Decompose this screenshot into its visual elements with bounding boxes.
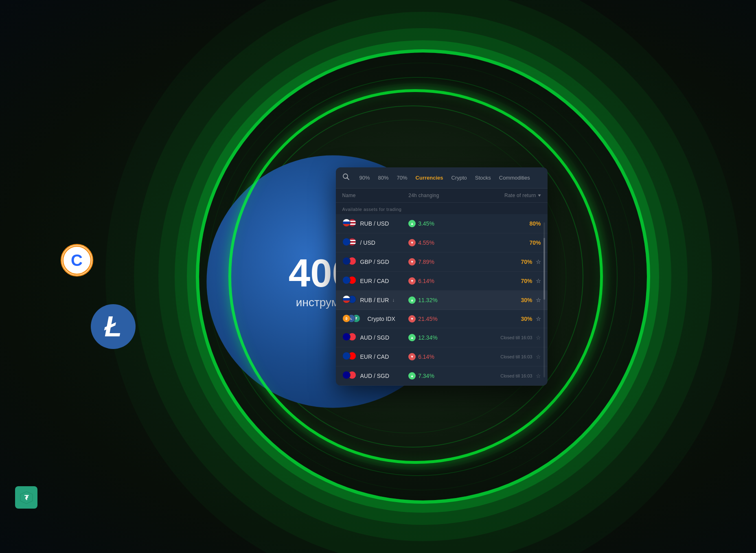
down-arrow-icon: ▼ [408,353,416,360]
flag-eur [342,352,351,360]
star-icon[interactable]: ☆ [536,353,541,360]
table-row[interactable]: RUB / EUR ↓ ▲ 11.32% 30% ☆ [336,291,548,310]
crypto-icons: ₿ Ł ₮ [342,314,364,323]
flag-rub [342,295,351,303]
flag-pair [342,371,357,381]
up-arrow-icon: ▲ [408,220,416,227]
asset-name: ₿ Ł ₮ Crypto IDX [342,314,409,323]
coinmarketcap-letter: C [71,251,83,270]
table-header: Name 24h changing Rate of return [336,189,548,203]
table-row[interactable]: EUR / CAD ▼ 6.14% 70% ☆ [336,272,548,291]
flag-pair [342,257,357,267]
asset-name: RUB / EUR ↓ [342,295,409,305]
scrollbar-thumb [543,238,545,300]
star-icon[interactable]: ☆ [536,259,541,265]
table-row[interactable]: AUD / SGD ▲ 12.34% Closed till 16:03 ☆ [336,328,548,347]
change-value: ▼ 21.45% [408,315,475,323]
rate-value: 30% ☆ [475,316,541,322]
star-icon[interactable]: ☆ [536,373,541,379]
flag-eur [342,238,351,246]
star-icon[interactable]: ☆ [536,278,541,284]
filter-70pct[interactable]: 70% [394,173,411,182]
panel-header: 90% 80% 70% Currencies Crypto Stocks Com… [336,167,548,189]
flag-rub [342,219,351,227]
flag-pair [342,276,357,286]
cursor-icon: ↓ [392,297,394,303]
flag-aud [342,333,351,341]
litecoin-logo: Ł [91,304,136,349]
filter-currencies[interactable]: Currencies [412,173,447,182]
rate-value-closed: Closed till 16:03 ☆ [475,334,541,341]
up-arrow-icon: ▲ [408,334,416,341]
filter-90pct[interactable]: 90% [356,173,373,182]
change-value: ▲ 3.45% [408,220,475,227]
filter-80pct[interactable]: 80% [375,173,392,182]
up-arrow-icon: ▲ [408,296,416,304]
flag-pair [342,219,357,228]
rate-value: 70% ☆ [475,278,541,284]
flag-pair [342,295,357,305]
table-row[interactable]: / USD ▼ 4.55% 70% [336,233,548,252]
change-value: ▼ 7.89% [408,258,475,266]
rate-value-closed: Closed till 16:03 ☆ [475,373,541,379]
table-row[interactable]: GBP / SGD ▼ 7.89% 70% ☆ [336,252,548,272]
rate-value: 80% [475,220,541,227]
scrollbar[interactable] [543,222,545,377]
litecoin-letter: Ł [104,310,122,343]
filter-stocks[interactable]: Stocks [472,173,494,182]
flag-pair [342,333,357,342]
filter-tabs: 90% 80% 70% Currencies Crypto Stocks Com… [356,173,541,182]
flag-pair [342,238,357,248]
up-arrow-icon: ▲ [408,372,416,380]
filter-commodities[interactable]: Commodities [496,173,533,182]
down-arrow-icon: ▼ [408,277,416,285]
rate-value: 70% [475,239,541,246]
filter-crypto[interactable]: Crypto [448,173,470,182]
asset-name: / USD [342,238,409,248]
down-arrow-icon: ▼ [408,315,416,323]
asset-name: AUD / SGD [342,371,409,381]
asset-name: EUR / CAD [342,352,409,362]
asset-name: AUD / SGD [342,333,409,342]
change-value: ▼ 6.14% [408,277,475,285]
star-icon[interactable]: ☆ [536,334,541,341]
rate-value: 70% ☆ [475,259,541,265]
svg-line-3 [347,178,349,180]
change-value: ▼ 4.55% [408,239,475,246]
trading-panel: 90% 80% 70% Currencies Crypto Stocks Com… [336,167,548,386]
rate-value-closed: Closed till 16:03 ☆ [475,353,541,360]
star-icon[interactable]: ☆ [536,316,541,322]
flag-pair [342,352,357,362]
flag-aud [342,371,351,379]
table-row[interactable]: RUB / USD ▲ 3.45% 80% [336,214,548,233]
change-value: ▲ 12.34% [408,334,475,341]
asset-name: RUB / USD [342,219,409,228]
change-value: ▼ 6.14% [408,353,475,360]
flag-gbp [342,257,351,265]
flag-eur [342,276,351,284]
table-row[interactable]: EUR / CAD ▼ 6.14% Closed till 16:03 ☆ [336,347,548,366]
table-row[interactable]: ₿ Ł ₮ Crypto IDX ▼ 21.45% 30% ☆ [336,310,548,328]
asset-name: GBP / SGD [342,257,409,267]
down-arrow-icon: ▼ [408,239,416,246]
change-value: ▲ 11.32% [408,296,475,304]
coinmarketcap-logo: C [61,244,93,276]
star-icon[interactable]: ☆ [536,297,541,303]
tether-logo: ₮ [15,486,37,509]
section-label: Available assets for trading [336,203,548,214]
asset-name: EUR / CAD [342,276,409,286]
col-header-rate: Rate of return [475,193,541,198]
col-header-change: 24h changing [408,193,475,198]
crypto-badge-btc: ₿ [342,314,351,323]
change-value: ▲ 7.34% [408,372,475,380]
svg-text:₮: ₮ [24,494,29,501]
table-row[interactable]: AUD / SGD ▲ 7.34% Closed till 16:03 ☆ [336,366,548,386]
down-arrow-icon: ▼ [408,258,416,266]
asset-list[interactable]: RUB / USD ▲ 3.45% 80% / USD ▼ 4.55% [336,214,548,386]
search-button[interactable] [342,173,350,182]
rate-value: 30% ☆ [475,297,541,303]
col-header-name: Name [342,193,409,198]
